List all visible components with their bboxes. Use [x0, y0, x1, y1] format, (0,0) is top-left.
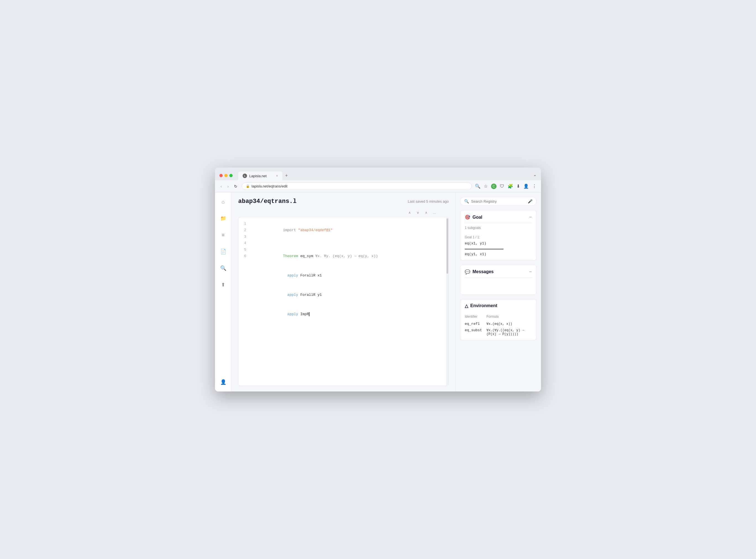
code-editor[interactable]: 1 2 3 4 5 6 import "abap34/eqdef@1" T: [238, 217, 449, 386]
environment-icon: △: [465, 303, 468, 309]
sidebar-home[interactable]: ⌂: [218, 197, 228, 207]
messages-title: 💬 Messages: [465, 269, 494, 274]
code-line-2: [253, 240, 445, 246]
circlec-icon[interactable]: C: [491, 183, 497, 189]
browser-toolbar: 🔍 ☆ C 🛡 🧩 ⬇ 👤 ⋮: [475, 183, 537, 189]
goal-conclusion: eq(y1, x1): [465, 251, 532, 258]
messages-card-header: 💬 Messages −: [460, 265, 536, 277]
tab-bar: L Lapisla.net × +: [238, 171, 531, 180]
url-text: lapisla.net/eqtrans/edit: [252, 184, 287, 188]
goal-icon: 🎯: [465, 215, 470, 220]
more-btn[interactable]: …: [431, 209, 438, 216]
code-line-6: apply ImpR: [253, 305, 445, 324]
goal-separator: [465, 249, 503, 249]
scrollbar-track[interactable]: [446, 217, 448, 386]
scroll-up2-btn[interactable]: ∧: [423, 209, 429, 216]
browser-window: L Lapisla.net × + ⌄ ‹ › ↻ 🔒 lapisla.net/…: [215, 167, 541, 392]
editor-header: abap34/eqtrans.l Last saved 5 minutes ag…: [238, 198, 449, 205]
env-identifier: eq_subst: [465, 327, 486, 337]
forward-button[interactable]: ›: [226, 183, 230, 189]
search-toolbar-icon[interactable]: 🔍: [475, 183, 480, 189]
sidebar-upload[interactable]: ⬆: [218, 280, 228, 290]
scroll-down-btn[interactable]: ∨: [415, 209, 421, 216]
window-controls[interactable]: ⌄: [533, 172, 537, 179]
tab-close-button[interactable]: ×: [276, 174, 278, 178]
save-status: Last saved 5 minutes ago: [408, 199, 449, 203]
profile-toolbar-icon[interactable]: 👤: [523, 183, 529, 189]
messages-title-text: Messages: [473, 269, 494, 274]
title-bar: L Lapisla.net × + ⌄: [215, 167, 541, 180]
search-registry-input[interactable]: [471, 199, 525, 203]
env-table-row: eq_subst∀x.(∀y.((eq(x, y) → (P(x) → P(y)…: [465, 327, 532, 337]
url-bar[interactable]: 🔒 lapisla.net/eqtrans/edit: [242, 182, 472, 190]
main-content: ⌂ 📁 ≡ 📄 🔍 ⬆ 👤 abap34/eqtrans.l Last save…: [215, 193, 541, 392]
search-registry-icon: 🔍: [464, 199, 469, 203]
bookmark-icon[interactable]: ☆: [484, 183, 488, 189]
sidebar-user[interactable]: 👤: [218, 377, 228, 387]
goal-minimize-btn[interactable]: −: [529, 214, 532, 220]
tab-favicon: L: [243, 174, 247, 178]
messages-minimize-btn[interactable]: −: [529, 269, 532, 275]
download-toolbar-icon[interactable]: ⬇: [516, 183, 520, 189]
code-line-5: apply ForallR y1: [253, 285, 445, 305]
minimize-button[interactable]: [225, 174, 228, 177]
messages-content: [460, 278, 536, 294]
code-line-1: import "abap34/eqdef@1": [253, 221, 445, 240]
environment-section: Identifier Formula eq_refl∀x.(eq(x, x))e…: [460, 311, 536, 340]
editor-container: abap34/eqtrans.l Last saved 5 minutes ag…: [232, 193, 455, 392]
file-title: abap34/eqtrans.l: [238, 198, 297, 205]
env-table-row: eq_refl∀x.(eq(x, x)): [465, 321, 532, 327]
sidebar-search[interactable]: 🔍: [218, 263, 228, 273]
search-registry-bar[interactable]: 🔍 🎤: [460, 197, 537, 206]
sidebar-list[interactable]: ≡: [218, 230, 228, 240]
editor-toolbar: ∧ ∨ ∧ …: [238, 209, 449, 216]
reload-button[interactable]: ↻: [233, 183, 238, 189]
extensions-icon[interactable]: 🧩: [507, 183, 513, 189]
code-line-3: Theorem eq_sym ∀x. ∀y. (eq(x, y) → eq(y,…: [253, 247, 445, 266]
goal-card-header: 🎯 Goal −: [460, 210, 536, 223]
new-tab-button[interactable]: +: [282, 171, 290, 180]
goal-title: 🎯 Goal: [465, 215, 482, 220]
scroll-up-btn[interactable]: ∧: [406, 209, 413, 216]
right-panel: 🔍 🎤 🎯 Goal − 1 subgoals Goal 1 / 1:: [455, 193, 541, 392]
address-bar: ‹ › ↻ 🔒 lapisla.net/eqtrans/edit 🔍 ☆ C 🛡…: [215, 180, 541, 193]
goal-section: Goal 1 / 1: eq(x1, y1) eq(y1, x1): [460, 232, 536, 260]
environment-title-text: Environment: [470, 303, 497, 308]
more-menu-icon[interactable]: ⋮: [532, 183, 537, 189]
sidebar-files[interactable]: 📁: [218, 214, 228, 223]
goal-subgoals: 1 subgoals: [460, 223, 536, 232]
code-line-4: apply ForallR x1: [253, 266, 445, 285]
env-col-identifier: Identifier: [465, 315, 486, 321]
shield-toolbar-icon[interactable]: 🛡: [500, 184, 504, 189]
line-numbers: 1 2 3 4 5 6: [238, 221, 250, 324]
close-button[interactable]: [219, 174, 223, 177]
lock-icon: 🔒: [246, 184, 250, 188]
messages-card: 💬 Messages −: [460, 265, 537, 295]
back-button[interactable]: ‹: [219, 183, 223, 189]
environment-title: △ Environment: [465, 303, 497, 309]
env-col-formula: Formula: [486, 315, 532, 321]
mic-icon[interactable]: 🎤: [528, 199, 533, 203]
sidebar: ⌂ 📁 ≡ 📄 🔍 ⬆ 👤: [215, 193, 232, 392]
env-formula: ∀x.(eq(x, x)): [486, 321, 532, 327]
env-formula: ∀x.(∀y.((eq(x, y) → (P(x) → P(y))))): [486, 327, 532, 337]
goal-hypothesis: eq(x1, y1): [465, 241, 532, 247]
environment-card-header: △ Environment: [460, 299, 536, 311]
goal-title-text: Goal: [473, 215, 482, 220]
goal-card: 🎯 Goal − 1 subgoals Goal 1 / 1: eq(x1, y…: [460, 210, 537, 261]
messages-icon: 💬: [465, 269, 470, 274]
sidebar-document[interactable]: 📄: [218, 247, 228, 256]
traffic-lights: [219, 174, 233, 177]
active-tab[interactable]: L Lapisla.net ×: [238, 172, 282, 180]
goal-label: Goal 1 / 1:: [465, 235, 532, 239]
code-lines[interactable]: import "abap34/eqdef@1" Theorem eq_sym ∀…: [250, 221, 448, 324]
environment-card: △ Environment Identifier Formula: [460, 299, 537, 340]
fullscreen-button[interactable]: [229, 174, 233, 177]
env-identifier: eq_refl: [465, 321, 486, 327]
environment-table: Identifier Formula eq_refl∀x.(eq(x, x))e…: [465, 315, 532, 337]
tab-title: Lapisla.net: [249, 174, 267, 178]
scrollbar-thumb[interactable]: [447, 218, 448, 274]
